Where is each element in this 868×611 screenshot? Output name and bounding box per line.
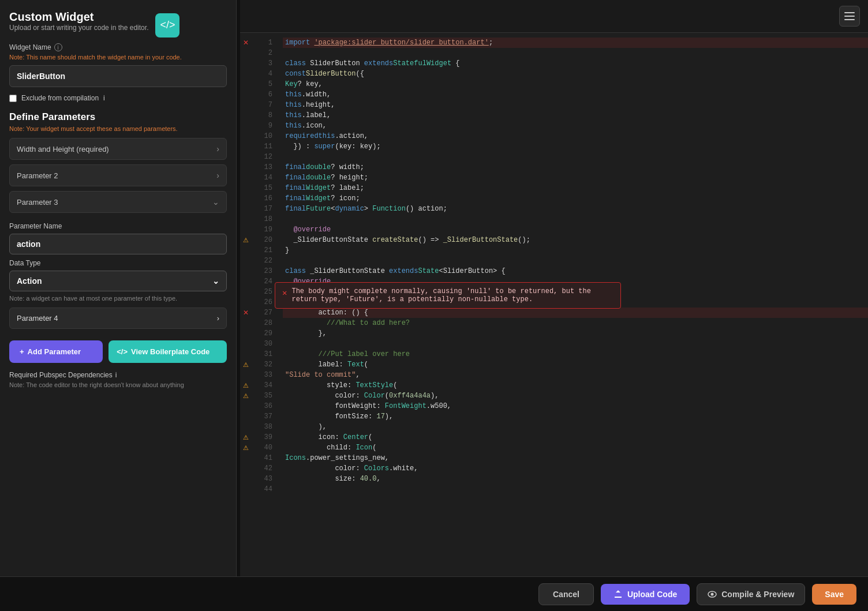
param-1-chevron-icon: › (216, 144, 219, 153)
panel-header: Custom Widget Upload or start writing yo… (9, 10, 227, 40)
upload-button[interactable]: Upload Code (601, 584, 690, 605)
add-param-button[interactable]: + Add Parameter (9, 340, 103, 363)
line-number: 30 (252, 339, 272, 349)
pubspec-section: Required Pubspec Dependencies i Note: Th… (9, 371, 227, 388)
data-type-select[interactable]: Action ⌄ (9, 271, 227, 291)
line-number: 39 (252, 432, 272, 443)
boilerplate-button[interactable]: </> View Boilerplate Code (108, 340, 227, 363)
error-icon: ✕ (243, 309, 249, 317)
exclude-info-icon[interactable]: i (103, 94, 105, 102)
line-number: 37 (252, 411, 272, 422)
line-number: 13 (252, 162, 272, 173)
gutter-empty (240, 276, 252, 287)
tooltip-error-icon: ✕ (282, 288, 287, 298)
code-line (283, 256, 868, 266)
data-type-label: Data Type (9, 259, 227, 267)
line-number: 20 (252, 235, 272, 245)
line-number: 9 (252, 121, 272, 131)
widget-name-input[interactable] (9, 65, 227, 87)
code-line: ), (283, 422, 868, 432)
line-number: 19 (252, 224, 272, 235)
exclude-compilation-checkbox[interactable] (9, 95, 17, 102)
gutter-empty (240, 131, 252, 141)
boilerplate-icon: </> (117, 347, 128, 356)
gutter-empty (240, 89, 252, 100)
code-line: } (283, 245, 868, 256)
code-line: class SliderButton extends StatefulWidge… (283, 58, 868, 69)
panel-title: Custom Widget (9, 10, 148, 24)
gutter-empty (240, 256, 252, 266)
gutter-empty (240, 183, 252, 193)
code-line: label: Text( (283, 359, 868, 370)
warning-icon: ⚠ (243, 382, 249, 389)
code-line: style: TextStyle( (283, 380, 868, 391)
code-line (283, 484, 868, 494)
gutter-error-icon: ✕ (240, 38, 252, 48)
svg-rect-2 (844, 19, 855, 20)
param-name-label: Parameter Name (9, 222, 227, 230)
code-line: this.icon, (283, 121, 868, 131)
compile-button[interactable]: Compile & Preview (697, 583, 805, 605)
gutter-empty (240, 121, 252, 131)
code-line: class _SliderButtonState extends State<S… (283, 266, 868, 276)
param-4-row[interactable]: Parameter 4 › (9, 308, 227, 329)
gutter-empty (240, 193, 252, 204)
code-line (283, 339, 868, 349)
menu-button[interactable] (839, 6, 860, 27)
code-line: fontWeight: FontWeight.w500, (283, 401, 868, 411)
gutter-empty (240, 318, 252, 328)
gutter-warning-icon: ⚠ (240, 235, 252, 245)
gutter-empty (240, 463, 252, 474)
gutter-icons: ✕⚠✕⚠⚠⚠⚠⚠ (240, 33, 252, 576)
code-icon: </> (160, 19, 175, 31)
code-line: color: Color(0xff4a4a4a), (283, 391, 868, 401)
gutter-empty (240, 339, 252, 349)
param-2-chevron-icon: › (216, 171, 219, 180)
code-line: fontSize: 17), (283, 411, 868, 422)
code-line: Key? key, (283, 79, 868, 89)
line-number: 10 (252, 131, 272, 141)
gutter-warning-icon: ⚠ (240, 432, 252, 443)
code-line: size: 40.0, (283, 474, 868, 484)
warning-icon: ⚠ (243, 361, 249, 369)
param-name-input[interactable] (9, 234, 227, 254)
left-panel: Custom Widget Upload or start writing yo… (0, 0, 237, 576)
widget-name-info-icon[interactable]: i (54, 43, 62, 51)
data-type-value: Action (17, 276, 42, 286)
code-line: final double? width; (283, 162, 868, 173)
line-number: 18 (252, 214, 272, 224)
gutter-empty (240, 58, 252, 69)
line-number: 8 (252, 110, 272, 121)
save-button[interactable]: Save (812, 584, 856, 605)
line-number: 25 (252, 287, 272, 297)
gutter-empty (240, 79, 252, 89)
line-number: 21 (252, 245, 272, 256)
cancel-button[interactable]: Cancel (538, 583, 594, 605)
code-line: action: () { (283, 308, 868, 318)
gutter-empty (240, 173, 252, 183)
pubspec-note: Note: The code editor to the right doesn… (9, 381, 227, 388)
action-bar: Cancel Upload Code Compile & Preview Sav… (0, 576, 868, 611)
gutter-empty (240, 162, 252, 173)
line-number: 7 (252, 100, 272, 110)
line-number: 33 (252, 370, 272, 380)
gutter-empty (240, 297, 252, 308)
param-1-row[interactable]: Width and Height (required) › (9, 138, 227, 160)
svg-point-4 (711, 593, 714, 595)
data-type-section: Data Type Action ⌄ (9, 259, 227, 291)
line-number: 3 (252, 58, 272, 69)
gutter-empty (240, 453, 252, 463)
code-line: ///What to add here? (283, 318, 868, 328)
gutter-error-icon: ✕ (240, 308, 252, 318)
code-line: this.label, (283, 110, 868, 121)
pubspec-info-icon[interactable]: i (115, 371, 117, 379)
line-number: 34 (252, 380, 272, 391)
svg-rect-0 (844, 12, 855, 13)
param-4-chevron-icon: › (217, 314, 219, 323)
code-line (283, 214, 868, 224)
param-3-row[interactable]: Parameter 3 ⌄ (9, 191, 227, 213)
line-number: 15 (252, 183, 272, 193)
param-2-row[interactable]: Parameter 2 › (9, 164, 227, 186)
data-type-note: Note: a widget can have at most one para… (9, 295, 227, 302)
gutter-warning-icon: ⚠ (240, 443, 252, 453)
